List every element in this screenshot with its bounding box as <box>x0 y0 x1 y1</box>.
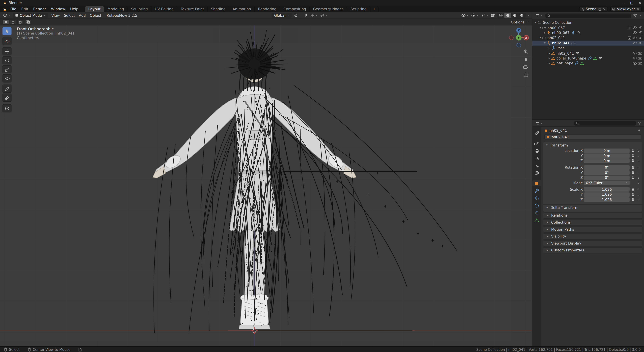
animate-dot-icon[interactable] <box>636 166 640 169</box>
value-field[interactable]: 0 m <box>584 159 630 163</box>
menu-window[interactable]: Window <box>48 6 68 12</box>
select-extend-button[interactable] <box>10 19 16 25</box>
mode-selector[interactable]: Object Mode <box>13 13 48 18</box>
properties-search-input[interactable] <box>574 121 636 125</box>
overlays-toggle[interactable] <box>480 13 489 17</box>
menu-help[interactable]: Help <box>68 6 81 12</box>
animate-dot-icon[interactable] <box>636 154 640 158</box>
tool-cursor-button[interactable] <box>2 37 12 45</box>
animate-dot-icon[interactable] <box>636 176 640 180</box>
eye-icon[interactable] <box>632 61 637 65</box>
properties-tab-scene[interactable] <box>532 162 541 169</box>
pin-icon[interactable] <box>637 128 641 132</box>
3d-viewport[interactable]: Front Orthographic (1) Scene Collection … <box>0 25 532 346</box>
snap-magnet-button[interactable] <box>303 13 308 17</box>
camera-icon[interactable] <box>638 30 642 35</box>
animate-dot-icon[interactable] <box>636 198 640 201</box>
lock-open-icon[interactable] <box>631 176 635 180</box>
workspace-tab-layout[interactable]: Layout <box>85 6 104 12</box>
camera-icon[interactable] <box>638 61 642 65</box>
outliner-row[interactable]: ▾nh02_041 <box>532 40 644 45</box>
camera-icon[interactable] <box>638 51 642 55</box>
value-field[interactable]: 0° <box>584 170 630 175</box>
collapse-icon[interactable]: ▾ <box>534 21 538 24</box>
outliner-row[interactable]: ▸nh02_041 <box>532 51 644 56</box>
collapse-icon[interactable]: ▾ <box>538 36 542 39</box>
expand-icon[interactable]: ▸ <box>543 31 547 34</box>
viewport-menu-add[interactable]: Add <box>77 13 88 17</box>
camera-icon[interactable] <box>638 56 642 60</box>
properties-tab-tool[interactable] <box>532 130 541 136</box>
rotation-mode-dropdown[interactable]: XYZ Euler <box>584 181 630 185</box>
camera-icon[interactable] <box>638 36 642 40</box>
eye-icon[interactable] <box>632 51 637 55</box>
lock-open-icon[interactable] <box>631 166 635 169</box>
value-field[interactable]: 0° <box>584 165 630 170</box>
workspace-tab-modeling[interactable]: Modeling <box>104 6 128 12</box>
properties-tab-output[interactable] <box>532 148 541 154</box>
expand-icon[interactable]: ▸ <box>548 57 551 60</box>
checkbox-icon[interactable] <box>627 25 632 30</box>
select-set-button[interactable] <box>2 19 9 25</box>
panel-viewport-display[interactable]: ▸Viewport Display <box>543 240 642 247</box>
properties-tab-world[interactable] <box>532 170 541 176</box>
gizmos-toggle[interactable] <box>471 13 479 17</box>
x-ray-toggle[interactable] <box>490 13 496 17</box>
nav-camera-view-button[interactable] <box>522 63 529 70</box>
outliner-search-input[interactable] <box>546 13 631 18</box>
nav-toggle-ortho-button[interactable] <box>522 71 529 78</box>
window-close-button[interactable]: × <box>636 0 644 6</box>
options-dropdown[interactable]: Options <box>511 20 530 24</box>
window-minimize-button[interactable]: – <box>619 0 628 6</box>
filter-icon[interactable] <box>633 13 638 18</box>
tool-add-cube-button[interactable] <box>2 104 12 112</box>
properties-tab-constraints[interactable] <box>532 210 541 216</box>
lock-open-icon[interactable] <box>631 198 635 201</box>
viewport-menu-select[interactable]: Select <box>62 13 77 17</box>
shading-rendered-button[interactable] <box>518 13 526 18</box>
tool-select-box-button[interactable] <box>2 27 12 35</box>
value-field[interactable]: 1.026 <box>584 197 630 202</box>
properties-tab-data[interactable] <box>532 217 541 223</box>
properties-tab-particles[interactable] <box>532 195 541 201</box>
tool-annotate-button[interactable] <box>2 84 12 93</box>
properties-tab-render[interactable] <box>532 140 541 146</box>
tool-rotate-button[interactable] <box>2 56 12 64</box>
lock-open-icon[interactable] <box>631 171 635 174</box>
workspace-tab-shading[interactable]: Shading <box>208 6 229 12</box>
value-field[interactable]: 1.026 <box>584 192 630 197</box>
tool-measure-button[interactable] <box>2 93 12 102</box>
workspace-tab-compositing[interactable]: Compositing <box>280 6 310 12</box>
shading-solid-button[interactable] <box>504 13 511 18</box>
select-invert-button[interactable] <box>25 19 31 25</box>
workspace-tab-scripting[interactable]: Scripting <box>347 6 370 12</box>
editor-type-button[interactable] <box>534 121 544 125</box>
workspace-tab-animation[interactable]: Animation <box>229 6 254 12</box>
viewport-canvas[interactable] <box>0 25 532 346</box>
eye-icon[interactable] <box>632 30 637 35</box>
collapse-icon[interactable]: ▾ <box>543 41 547 45</box>
unlink-scene-icon[interactable] <box>602 7 606 11</box>
animate-dot-icon[interactable] <box>636 181 640 185</box>
workspace-tab-rendering[interactable]: Rendering <box>255 6 280 12</box>
navigation-gizmo[interactable]: ZXY <box>507 26 530 49</box>
expand-icon[interactable]: ▸ <box>548 46 551 50</box>
outliner-row[interactable]: ▸nh00_067 <box>532 30 644 35</box>
eye-icon[interactable] <box>632 41 637 45</box>
breadcrumb-object-name[interactable]: nh02_041 <box>550 128 567 132</box>
value-field[interactable]: 0 m <box>584 148 630 153</box>
animate-dot-icon[interactable] <box>636 188 640 191</box>
panel-custom-properties[interactable]: ▸Custom Properties <box>543 247 642 254</box>
scene-selector[interactable]: Scene <box>579 6 608 11</box>
blender-menu-logo-icon[interactable] <box>2 6 7 12</box>
lock-open-icon[interactable] <box>631 154 635 158</box>
snap-target-button[interactable] <box>310 13 318 17</box>
properties-tab-object[interactable] <box>532 180 541 186</box>
object-name-field[interactable]: nh02_041 <box>544 134 641 139</box>
transform-panel-header[interactable]: ▾ Transform <box>543 142 642 148</box>
tool-move-button[interactable] <box>2 47 12 55</box>
animate-dot-icon[interactable] <box>636 159 640 163</box>
viewport-menu-object[interactable]: Object <box>88 13 103 17</box>
panel-collections[interactable]: ▸Collections <box>543 219 642 226</box>
shading-material-preview-button[interactable] <box>511 13 518 18</box>
